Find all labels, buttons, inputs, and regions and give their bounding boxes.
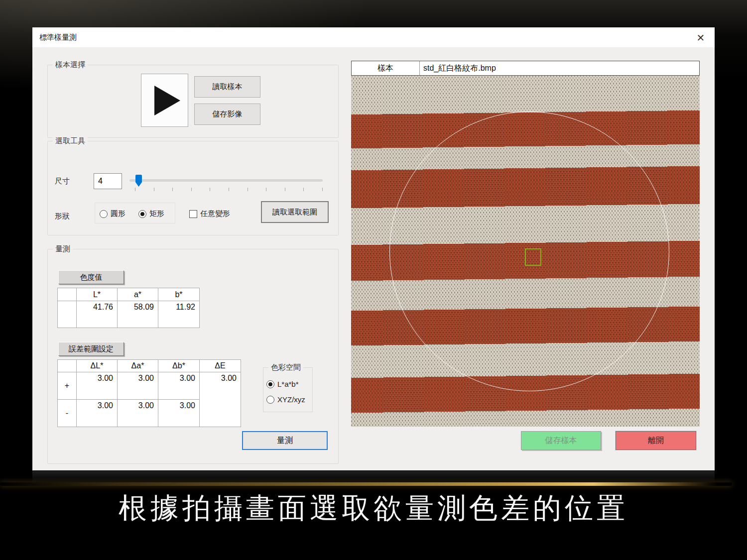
error-header-dL: ΔL*: [77, 360, 118, 372]
save-sample-button[interactable]: 儲存樣本: [521, 431, 601, 450]
shape-rect-label: 矩形: [149, 209, 164, 219]
shape-rect-radio[interactable]: 矩形: [138, 209, 164, 219]
checkbox-icon: [189, 210, 197, 218]
read-sample-button[interactable]: 讀取樣本: [194, 76, 260, 98]
read-selection-button[interactable]: 讀取選取範圍: [261, 201, 329, 223]
color-space-xyz-radio[interactable]: XYZ/xyz: [266, 395, 305, 404]
error-plus-dL: 3.00: [77, 372, 118, 400]
lab-row-head: [58, 301, 77, 328]
play-icon: [154, 86, 180, 115]
sample-filename: std_紅白格紋布.bmp: [420, 61, 699, 75]
error-header-dE: ΔE: [200, 360, 241, 372]
selection-tool-label: 選取工具: [53, 136, 88, 146]
error-header-db: Δb*: [158, 360, 200, 372]
color-space-xyz-label: XYZ/xyz: [277, 395, 305, 404]
lab-value-a: 58.09: [118, 301, 158, 328]
size-label: 尺寸: [55, 177, 70, 186]
shape-circle-label: 圓形: [111, 209, 125, 219]
lab-header-a: a*: [118, 288, 158, 301]
shape-label: 形狀: [55, 212, 70, 221]
color-space-lab-radio[interactable]: L*a*b*: [266, 380, 299, 388]
dialog-title: 標準樣量測: [39, 33, 77, 42]
measurement-label: 量測: [53, 244, 73, 254]
error-corner-cell: [58, 360, 77, 372]
error-plus-label: +: [58, 372, 77, 400]
radio-rect-icon: [138, 210, 146, 218]
error-table: ΔL* Δa* Δb* ΔE + 3.00 3.00 3.00 3.00 - 3…: [57, 359, 241, 427]
error-minus-dL: 3.00: [77, 400, 118, 427]
lab-table: L* a* b* 41.76 58.09 11.92: [57, 288, 200, 328]
size-slider-ticks: [135, 188, 323, 191]
sample-selection-group: 樣本選擇: [47, 65, 339, 138]
radio-circle-icon: [100, 210, 108, 218]
error-minus-label: -: [58, 400, 77, 427]
error-plus-da: 3.00: [118, 372, 158, 400]
sample-image[interactable]: [351, 76, 700, 427]
error-header-da: Δa*: [118, 360, 158, 372]
lab-corner-cell: [58, 288, 77, 301]
measurement-dialog: 標準樣量測 ✕ 樣本選擇 讀取樣本 儲存影像 選取工具 尺寸 形狀 圓形 矩形: [32, 27, 715, 470]
free-transform-checkbox[interactable]: 任意變形: [189, 209, 230, 219]
size-slider-track[interactable]: [129, 179, 323, 182]
close-icon[interactable]: ✕: [694, 31, 708, 45]
selection-square-marker[interactable]: [525, 248, 541, 266]
gold-divider-line: [0, 482, 732, 486]
size-input[interactable]: [94, 173, 122, 189]
chroma-value-button[interactable]: 色度值: [58, 270, 124, 284]
error-delta-e: 3.00: [200, 372, 241, 427]
radio-xyz-icon: [266, 396, 274, 404]
title-bar: 標準樣量測 ✕: [32, 27, 715, 47]
shape-circle-radio[interactable]: 圓形: [100, 209, 125, 219]
lab-header-L: L*: [77, 288, 118, 301]
error-range-button[interactable]: 誤差範圍設定: [58, 342, 124, 356]
sample-bar: 樣本 std_紅白格紋布.bmp: [351, 61, 700, 76]
save-image-button[interactable]: 儲存影像: [194, 104, 260, 125]
caption-text: 根據拍攝畫面選取欲量測色差的位置: [0, 492, 747, 525]
error-minus-db: 3.00: [158, 400, 200, 427]
error-minus-da: 3.00: [118, 400, 158, 427]
lab-value-b: 11.92: [158, 301, 200, 328]
error-plus-db: 3.00: [158, 372, 200, 400]
color-space-label: 色彩空間: [268, 363, 303, 372]
color-space-lab-label: L*a*b*: [277, 380, 299, 388]
sample-selection-label: 樣本選擇: [53, 60, 88, 70]
exit-button[interactable]: 離開: [616, 431, 696, 450]
lab-header-b: b*: [158, 288, 200, 301]
measure-button[interactable]: 量測: [242, 431, 328, 450]
play-button[interactable]: [141, 74, 188, 127]
free-transform-label: 任意變形: [200, 209, 230, 219]
radio-lab-icon: [266, 380, 274, 388]
screen: 標準樣量測 ✕ 樣本選擇 讀取樣本 儲存影像 選取工具 尺寸 形狀 圓形 矩形: [0, 0, 747, 560]
color-space-group: 色彩空間: [263, 367, 313, 412]
lab-value-L: 41.76: [77, 301, 118, 328]
sample-tab-label: 樣本: [352, 61, 420, 75]
